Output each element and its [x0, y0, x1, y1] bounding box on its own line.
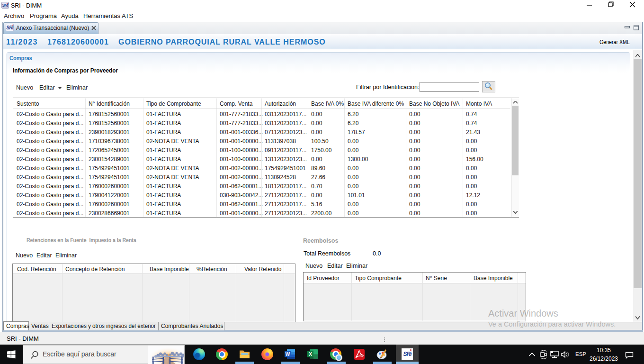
svg-text:W: W [286, 352, 290, 357]
svg-text:X: X [309, 352, 312, 357]
